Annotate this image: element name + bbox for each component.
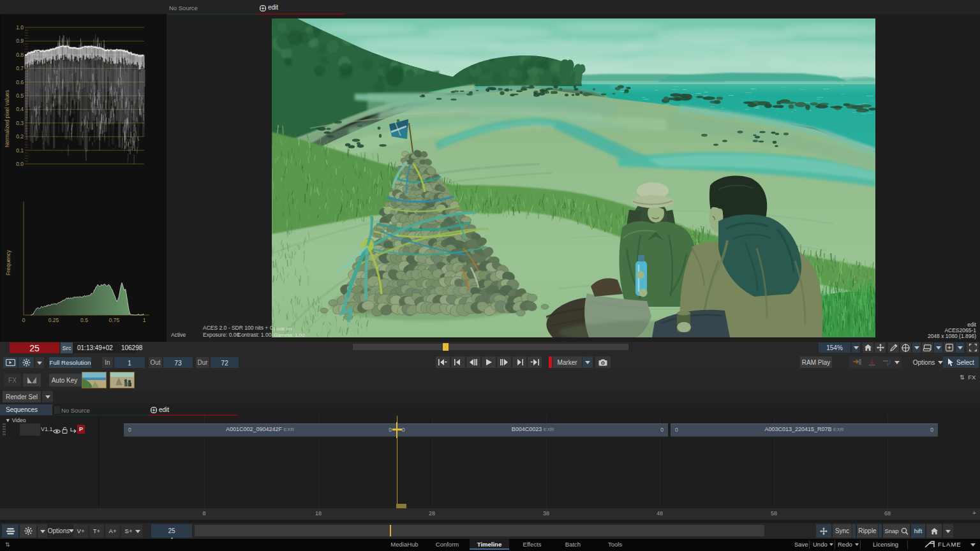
svg-text:0.0: 0.0: [16, 161, 24, 167]
svg-text:0.1: 0.1: [16, 147, 24, 154]
svg-text:0.6: 0.6: [16, 79, 24, 85]
svg-text:0: 0: [22, 317, 26, 323]
svg-text:0.3: 0.3: [16, 120, 24, 126]
svg-text:0.5: 0.5: [80, 317, 88, 323]
svg-text:1.0: 1.0: [16, 24, 24, 31]
svg-text:Normalized pixel values: Normalized pixel values: [4, 90, 10, 147]
svg-text:0.5: 0.5: [16, 92, 24, 99]
svg-text:0.7: 0.7: [16, 65, 24, 71]
svg-text:Look on: Look on: [274, 326, 292, 332]
svg-text:0.9: 0.9: [16, 38, 24, 44]
svg-text:Frequency: Frequency: [5, 249, 11, 276]
svg-text:1: 1: [143, 317, 146, 323]
svg-text:0.75: 0.75: [109, 317, 120, 323]
svg-text:0.2: 0.2: [16, 133, 24, 140]
svg-text:0.25: 0.25: [48, 317, 59, 323]
svg-text:0.4: 0.4: [16, 106, 24, 112]
svg-text:Gamma: 1.00: Gamma: 1.00: [274, 332, 305, 337]
svg-text:0.8: 0.8: [16, 52, 24, 58]
